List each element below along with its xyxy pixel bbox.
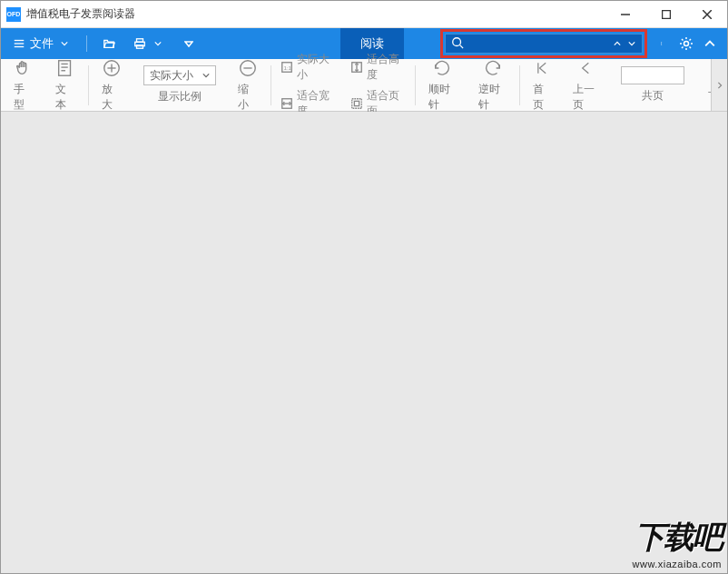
search-box[interactable]	[445, 34, 643, 54]
zoom-select-value: 实际大小	[150, 68, 193, 84]
prev-page-label: 上一页	[573, 82, 599, 113]
zoom-in-icon	[102, 58, 122, 78]
svg-rect-1	[662, 10, 670, 18]
prev-page-icon	[576, 58, 595, 78]
tool-group-cursor: 手型 文本	[6, 56, 83, 114]
settings-button[interactable]	[678, 35, 694, 52]
minimize-button[interactable]	[605, 1, 645, 28]
document-viewport[interactable]	[1, 112, 727, 573]
tool-group-rotate: 顺时针 逆时针	[421, 56, 514, 114]
svg-rect-17	[59, 60, 71, 75]
menu-separator	[86, 35, 87, 52]
text-tool-label: 文本	[55, 82, 75, 113]
rotate-cw-button[interactable]: 顺时针	[421, 56, 464, 114]
svg-rect-33	[354, 101, 359, 105]
quick-access-dropdown[interactable]	[176, 33, 202, 54]
window-title: 增值税电子发票阅读器	[26, 6, 605, 22]
svg-rect-32	[352, 98, 362, 108]
fit-page-icon	[350, 96, 363, 111]
zoom-out-button[interactable]: 缩小	[231, 56, 265, 114]
triangle-down-icon	[182, 36, 196, 51]
zoom-out-icon	[238, 58, 258, 78]
prev-page-button[interactable]: 上一页	[566, 56, 606, 114]
zoom-select[interactable]: 实际大小	[143, 65, 216, 85]
print-icon	[133, 36, 147, 51]
app-icon: OFD	[6, 7, 21, 22]
actual-size-label: 实际大小	[297, 52, 336, 83]
zoom-ratio-label: 显示比例	[158, 89, 202, 104]
search-prev-button[interactable]	[613, 40, 622, 47]
close-button[interactable]	[686, 1, 727, 28]
search-next-button[interactable]	[627, 40, 636, 47]
file-menu[interactable]: 文件	[6, 32, 77, 55]
chevron-down-icon	[57, 36, 72, 51]
first-page-button[interactable]: 首页	[526, 56, 558, 114]
total-pages-label: 共页	[642, 88, 664, 104]
page-number-input[interactable]	[621, 66, 684, 84]
tool-group-zoom: 放大 实际大小 显示比例 缩小	[94, 56, 265, 114]
page-indicator: 共页	[614, 64, 692, 105]
toolbar-separator	[271, 65, 271, 105]
toolbar-separator	[415, 65, 416, 105]
svg-point-15	[661, 45, 662, 45]
folder-open-icon	[102, 36, 116, 51]
svg-point-11	[453, 37, 461, 45]
fit-height-label: 适合高度	[367, 52, 406, 83]
open-folder-button[interactable]	[96, 33, 122, 54]
menubar-right	[654, 35, 722, 52]
maximize-button[interactable]	[645, 1, 686, 28]
toolbar-overflow-button[interactable]	[711, 59, 727, 111]
chevron-down-icon	[151, 36, 165, 51]
rotate-ccw-button[interactable]: 逆时针	[471, 56, 514, 114]
fit-width-icon	[280, 96, 293, 111]
toolbar-separator	[519, 65, 520, 105]
rotate-cw-icon	[432, 58, 452, 78]
hamburger-icon	[12, 36, 26, 51]
fit-height-icon	[350, 60, 363, 74]
svg-rect-9	[137, 45, 143, 49]
svg-point-14	[661, 44, 662, 45]
svg-text:1:1: 1:1	[283, 64, 291, 70]
actual-size-icon: 1:1	[280, 60, 293, 74]
first-page-label: 首页	[533, 82, 551, 113]
rotate-ccw-icon	[483, 58, 503, 78]
window-controls	[605, 1, 727, 28]
search-icon	[451, 36, 464, 52]
file-menu-label: 文件	[30, 35, 54, 52]
search-input[interactable]	[469, 37, 607, 50]
rotate-ccw-label: 逆时针	[478, 82, 507, 113]
svg-point-13	[661, 42, 662, 43]
chevron-down-icon	[202, 69, 210, 82]
titlebar: OFD 增值税电子发票阅读器	[1, 1, 727, 28]
actual-size-button[interactable]: 1:1 实际大小	[277, 50, 339, 84]
zoom-select-button[interactable]: 实际大小 显示比例	[136, 64, 223, 106]
toolbar: 手型 文本 放大 实际大小 显示比例	[1, 59, 727, 112]
zoom-in-button[interactable]: 放大	[94, 56, 129, 114]
tool-group-nav: 首页 上一页 共页 下	[526, 56, 722, 114]
hand-tool-button[interactable]: 手型	[6, 56, 41, 114]
svg-point-16	[684, 42, 689, 46]
toolbar-separator	[88, 65, 89, 105]
hand-tool-label: 手型	[14, 82, 34, 113]
first-page-icon	[532, 58, 552, 78]
hand-icon	[14, 58, 34, 78]
fit-height-button[interactable]: 适合高度	[347, 50, 409, 84]
zoom-out-label: 缩小	[238, 82, 258, 113]
menubar-left: 文件	[6, 32, 202, 55]
tool-group-fit: 1:1 实际大小 适合宽度 适合高度 适	[277, 50, 409, 121]
text-tool-button[interactable]: 文本	[48, 56, 83, 114]
search-highlight-box	[440, 29, 647, 58]
text-select-icon	[55, 58, 75, 78]
more-options-button[interactable]	[654, 35, 671, 52]
collapse-ribbon-button[interactable]	[702, 35, 718, 52]
svg-line-12	[460, 45, 464, 48]
zoom-in-label: 放大	[102, 82, 122, 113]
svg-marker-10	[185, 42, 192, 46]
rotate-cw-label: 顺时针	[428, 82, 457, 113]
print-button[interactable]	[127, 33, 171, 54]
